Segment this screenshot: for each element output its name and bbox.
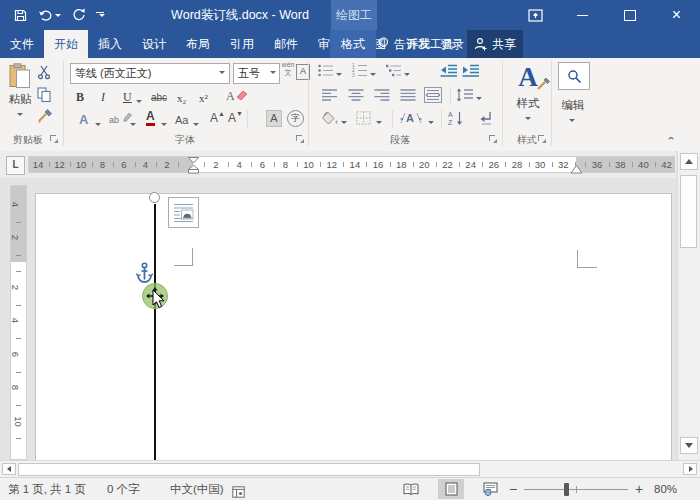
word-count[interactable]: 0 个字 — [107, 478, 140, 500]
asian-layout-button[interactable]: A — [399, 110, 423, 126]
numbering-dropdown-arrow[interactable] — [370, 69, 376, 81]
tab-引用[interactable]: 引用 — [220, 30, 264, 58]
align-right-button[interactable] — [374, 89, 390, 102]
ribbon-display-options-button[interactable] — [512, 0, 559, 30]
tab-布局[interactable]: 布局 — [176, 30, 220, 58]
superscript-button[interactable]: x² — [199, 89, 208, 107]
vertical-scrollbar[interactable] — [677, 151, 700, 460]
shading-dropdown-arrow[interactable] — [341, 117, 347, 129]
distribute-button[interactable] — [424, 87, 442, 103]
font-color-dropdown-arrow[interactable] — [161, 119, 167, 131]
read-mode-button[interactable] — [398, 479, 424, 499]
bullets-dropdown-arrow[interactable] — [336, 69, 342, 81]
horizontal-scroll-thumb[interactable] — [18, 463, 480, 476]
multilevel-list-button[interactable] — [386, 64, 402, 77]
clipboard-dialog-launcher[interactable] — [50, 135, 59, 144]
font-color-button[interactable]: A — [146, 110, 155, 126]
borders-button[interactable] — [356, 111, 371, 125]
font-size-combobox[interactable]: 五号 — [233, 63, 280, 84]
tab-file[interactable]: 文件 — [0, 30, 44, 58]
scroll-up-button[interactable] — [680, 153, 698, 170]
tab-开始[interactable]: 开始 — [44, 30, 88, 58]
font-dialog-launcher[interactable] — [296, 135, 305, 144]
change-case-dropdown-arrow[interactable] — [193, 119, 199, 131]
binding-line-shape[interactable] — [154, 204, 156, 460]
document-area[interactable]: 42246810 — [0, 178, 676, 460]
styles-button[interactable]: A 样式 — [509, 62, 547, 125]
enclose-characters-button[interactable]: 字 — [287, 110, 304, 127]
page-info[interactable]: 第 1 页, 共 1 页 — [8, 478, 86, 500]
language-status[interactable]: 中文(中国) — [170, 478, 224, 500]
highlight-button[interactable]: ab — [109, 111, 132, 125]
highlight-dropdown-arrow[interactable] — [130, 119, 136, 131]
customize-quick-access-button[interactable] — [97, 12, 105, 18]
scroll-right-button[interactable] — [683, 463, 697, 475]
paragraph-dialog-launcher[interactable] — [489, 135, 498, 144]
increase-indent-button[interactable] — [462, 64, 480, 77]
cut-button[interactable] — [37, 65, 52, 80]
multilevel-dropdown-arrow[interactable] — [404, 69, 410, 81]
sort-button[interactable]: AZ — [448, 110, 464, 126]
subscript-button[interactable]: x₂ — [177, 89, 186, 107]
italic-button[interactable]: I — [101, 88, 105, 106]
strikethrough-button[interactable]: abc — [151, 89, 167, 107]
numbering-button[interactable]: 123 — [352, 63, 368, 77]
bullets-button[interactable] — [318, 64, 334, 77]
font-name-dropdown-arrow[interactable] — [219, 71, 225, 77]
tab-插入[interactable]: 插入 — [88, 30, 132, 58]
zoom-out-button[interactable]: − — [509, 478, 517, 500]
tab-format-contextual[interactable]: 格式 — [330, 30, 376, 58]
font-size-dropdown-arrow[interactable] — [270, 71, 276, 77]
line-endpoint-handle[interactable] — [149, 192, 160, 203]
paste-dropdown-arrow[interactable] — [17, 113, 23, 119]
horizontal-scrollbar[interactable] — [0, 460, 700, 477]
find-button[interactable] — [558, 62, 590, 90]
undo-button[interactable] — [38, 9, 61, 22]
shrink-font-button[interactable]: A▼ — [228, 110, 243, 125]
clear-formatting-button[interactable]: A — [226, 88, 248, 104]
maximize-button[interactable] — [606, 0, 653, 30]
justify-button[interactable] — [400, 89, 416, 102]
copy-button[interactable] — [37, 87, 52, 103]
decrease-indent-button[interactable] — [440, 64, 458, 77]
format-painter-button[interactable] — [37, 109, 53, 125]
asian-layout-dropdown-arrow[interactable] — [428, 117, 434, 129]
macro-record-button[interactable] — [232, 483, 245, 500]
bold-button[interactable]: B — [76, 88, 84, 106]
minimize-button[interactable] — [559, 0, 606, 30]
tab-selector-button[interactable]: L — [6, 156, 25, 175]
collapse-ribbon-button[interactable]: ⌃ — [666, 135, 676, 146]
editing-group-button[interactable]: 编辑 — [553, 98, 593, 113]
text-effects-button[interactable]: A — [79, 111, 88, 129]
grow-font-button[interactable]: A▲ — [210, 110, 225, 125]
styles-dialog-launcher[interactable] — [538, 135, 547, 144]
share-button[interactable]: 共享 — [467, 30, 523, 58]
zoom-slider-thumb[interactable] — [564, 483, 569, 496]
line-spacing-button[interactable] — [456, 88, 473, 102]
align-left-button[interactable] — [322, 89, 338, 102]
line-spacing-dropdown-arrow[interactable] — [476, 93, 482, 105]
paste-button[interactable]: 粘贴 — [6, 63, 34, 129]
phonetic-guide-button[interactable]: wén 文 — [281, 61, 295, 77]
change-case-button[interactable]: Aa — [175, 111, 188, 129]
save-button[interactable] — [14, 9, 27, 22]
underline-button[interactable]: U — [123, 88, 132, 106]
font-name-combobox[interactable]: 等线 (西文正文) — [70, 63, 230, 84]
print-layout-button[interactable] — [438, 479, 464, 499]
vertical-ruler[interactable]: 42246810 — [10, 185, 27, 460]
tell-me-button[interactable]: 告诉我... — [378, 30, 440, 58]
indent-markers[interactable] — [187, 157, 200, 174]
scroll-down-button[interactable] — [680, 437, 698, 454]
repeat-button[interactable] — [72, 8, 86, 22]
right-indent-marker[interactable] — [570, 165, 583, 174]
text-effects-dropdown-arrow[interactable] — [95, 119, 101, 131]
zoom-level[interactable]: 80% — [654, 478, 677, 500]
vertical-scroll-thumb[interactable] — [680, 175, 697, 248]
editing-dropdown-arrow[interactable] — [569, 115, 575, 127]
horizontal-ruler[interactable]: 1412108642246810121416182022242628303236… — [28, 156, 675, 173]
zoom-in-button[interactable]: + — [635, 478, 643, 500]
web-layout-button[interactable] — [477, 479, 503, 499]
page[interactable] — [35, 193, 672, 460]
styles-dropdown-arrow[interactable] — [525, 117, 531, 123]
borders-dropdown-arrow[interactable] — [376, 117, 382, 129]
